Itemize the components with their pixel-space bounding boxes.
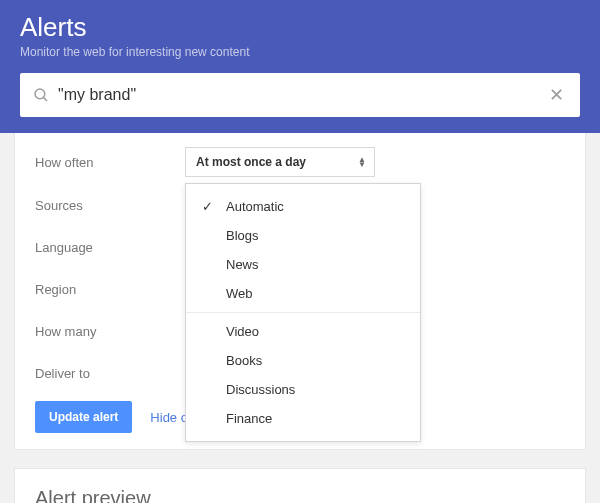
- dropdown-item-label: Web: [226, 286, 253, 301]
- label-how-many: How many: [35, 324, 185, 339]
- sources-dropdown: ✓ Automatic Blogs News Web Video Books D…: [185, 183, 421, 442]
- dropdown-item-label: Blogs: [226, 228, 259, 243]
- dropdown-item-books[interactable]: Books: [186, 346, 420, 375]
- select-value: At most once a day: [196, 155, 306, 169]
- page-subtitle: Monitor the web for interesting new cont…: [20, 45, 580, 59]
- dropdown-item-label: Automatic: [226, 199, 284, 214]
- clear-icon[interactable]: ✕: [545, 80, 568, 110]
- search-input[interactable]: [58, 73, 545, 117]
- alert-preview-card: Alert preview NEWS: [14, 468, 586, 503]
- select-how-often[interactable]: At most once a day ▲▼: [185, 147, 375, 177]
- updown-icon: ▲▼: [358, 157, 366, 167]
- label-sources: Sources: [35, 198, 185, 213]
- dropdown-item-label: News: [226, 257, 259, 272]
- options-card: How often At most once a day ▲▼ Sources …: [14, 133, 586, 450]
- label-language: Language: [35, 240, 185, 255]
- row-how-often: How often At most once a day ▲▼: [35, 147, 565, 177]
- svg-line-1: [44, 98, 47, 101]
- page-title: Alerts: [20, 12, 580, 43]
- dropdown-item-automatic[interactable]: ✓ Automatic: [186, 192, 420, 221]
- dropdown-item-label: Finance: [226, 411, 272, 426]
- dropdown-item-news[interactable]: News: [186, 250, 420, 279]
- search-icon: [32, 86, 50, 104]
- dropdown-item-discussions[interactable]: Discussions: [186, 375, 420, 404]
- dropdown-item-finance[interactable]: Finance: [186, 404, 420, 433]
- dropdown-section-1: ✓ Automatic Blogs News Web: [186, 188, 420, 313]
- dropdown-item-label: Video: [226, 324, 259, 339]
- page-header: Alerts Monitor the web for interesting n…: [0, 0, 600, 133]
- update-alert-button[interactable]: Update alert: [35, 401, 132, 433]
- alert-preview-title: Alert preview: [35, 487, 565, 503]
- label-how-often: How often: [35, 155, 185, 170]
- dropdown-item-label: Books: [226, 353, 262, 368]
- search-container: ✕: [20, 73, 580, 117]
- check-icon: ✓: [202, 199, 213, 214]
- dropdown-section-2: Video Books Discussions Finance: [186, 313, 420, 437]
- dropdown-item-video[interactable]: Video: [186, 317, 420, 346]
- svg-point-0: [35, 89, 45, 99]
- label-deliver-to: Deliver to: [35, 366, 185, 381]
- dropdown-item-label: Discussions: [226, 382, 295, 397]
- dropdown-item-web[interactable]: Web: [186, 279, 420, 308]
- dropdown-item-blogs[interactable]: Blogs: [186, 221, 420, 250]
- label-region: Region: [35, 282, 185, 297]
